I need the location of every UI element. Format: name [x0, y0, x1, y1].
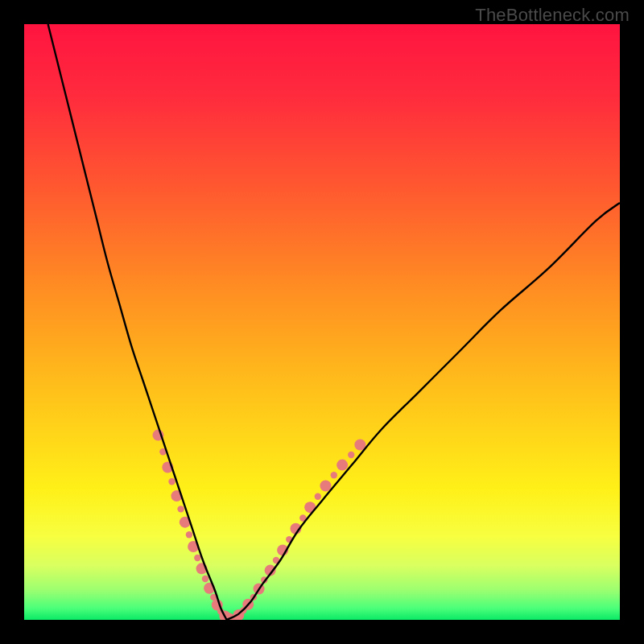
- plot-area: [24, 24, 620, 620]
- gradient-background: [24, 24, 620, 620]
- highlight-dot: [331, 472, 337, 478]
- highlight-dot: [336, 460, 348, 471]
- chart-svg: [24, 24, 620, 620]
- highlight-dot: [168, 478, 175, 485]
- highlight-dot: [177, 506, 184, 512]
- highlight-dot: [186, 531, 192, 538]
- highlight-dot: [194, 555, 200, 561]
- highlight-dot: [348, 452, 354, 458]
- frame: TheBottleneck.com: [0, 0, 644, 644]
- highlight-dot: [320, 481, 331, 492]
- highlight-dot: [315, 493, 321, 500]
- highlight-dot: [202, 576, 208, 582]
- watermark-text: TheBottleneck.com: [475, 5, 630, 26]
